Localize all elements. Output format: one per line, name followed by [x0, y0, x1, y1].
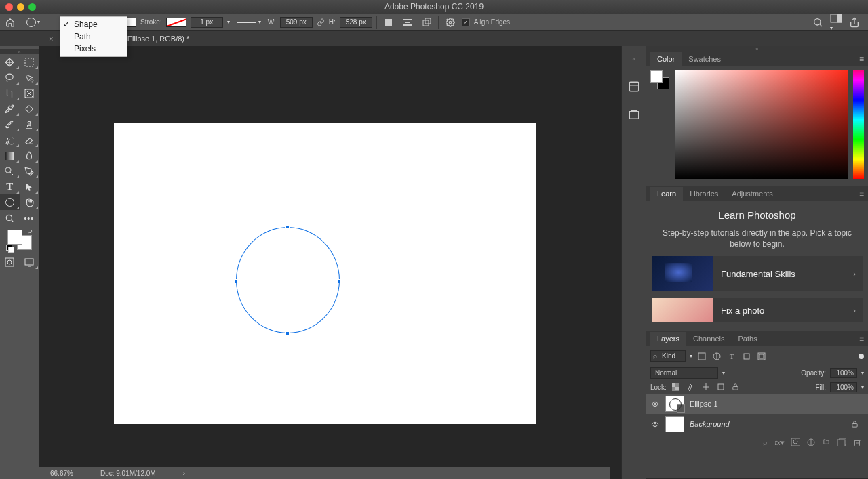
link-icon[interactable]	[317, 18, 325, 26]
path-select-tool[interactable]	[20, 179, 39, 194]
tab-adjustments[interactable]: Adjustments	[725, 187, 780, 201]
crop-tool[interactable]	[0, 85, 20, 101]
link-layers-icon[interactable]: ⌕	[763, 438, 768, 447]
filter-pixel-icon[interactable]	[696, 351, 707, 362]
panel-fg-swatch[interactable]	[650, 70, 663, 83]
filter-shape-icon[interactable]	[741, 351, 752, 362]
tutorial-fundamental-skills[interactable]: Fundamental Skills ›	[652, 256, 863, 291]
healing-tool[interactable]	[20, 101, 39, 117]
filter-adjust-icon[interactable]	[711, 351, 722, 362]
align-edges-checkbox[interactable]: ✓	[462, 18, 470, 26]
layer-name[interactable]: Ellipse 1	[690, 400, 718, 408]
window-minimize-icon[interactable]	[17, 3, 24, 11]
visibility-toggle[interactable]	[650, 400, 660, 408]
move-tool[interactable]	[0, 54, 20, 70]
window-zoom-icon[interactable]	[28, 3, 36, 11]
tab-layers[interactable]: Layers	[650, 332, 686, 346]
tool-preset-dropdown[interactable]: ▾	[26, 18, 40, 27]
panel-color-swatches[interactable]	[650, 70, 669, 89]
lock-position-icon[interactable]	[701, 381, 711, 392]
anchor-right[interactable]	[337, 279, 341, 283]
document-tab[interactable]: (Ellipse 1, RGB/8) *	[125, 35, 189, 43]
lock-transparency-icon[interactable]	[671, 381, 682, 392]
color-swatches[interactable]: ⤾	[6, 228, 33, 251]
history-panel-icon[interactable]	[628, 81, 640, 93]
zoom-level[interactable]: 66.67%	[50, 470, 73, 477]
hand-tool[interactable]	[20, 194, 39, 210]
ellipse-shape[interactable]	[236, 227, 340, 333]
foreground-color-swatch[interactable]	[7, 230, 22, 245]
stroke-width-field[interactable]: 1 px	[191, 17, 223, 28]
tab-swatches[interactable]: Swatches	[682, 52, 728, 66]
filter-smart-icon[interactable]	[756, 351, 767, 362]
share-icon[interactable]	[849, 17, 860, 28]
gear-icon[interactable]	[443, 16, 458, 29]
layer-name[interactable]: Background	[690, 420, 730, 428]
eyedropper-tool[interactable]	[0, 101, 20, 117]
stroke-swatch[interactable]	[166, 18, 186, 27]
tab-learn[interactable]: Learn	[650, 187, 683, 201]
gradient-tool[interactable]	[0, 148, 20, 163]
lock-icon[interactable]	[851, 420, 864, 428]
frame-tool[interactable]	[20, 85, 39, 101]
tab-color[interactable]: Color	[650, 52, 682, 66]
group-icon[interactable]	[822, 438, 831, 447]
path-alignment-button[interactable]	[400, 16, 415, 29]
anchor-bottom[interactable]	[285, 331, 290, 335]
lock-image-icon[interactable]	[686, 381, 696, 392]
close-tab-icon[interactable]: ×	[49, 35, 53, 43]
stroke-style-dropdown[interactable]: ▾	[234, 19, 264, 25]
properties-panel-icon[interactable]	[628, 109, 640, 121]
window-close-icon[interactable]	[5, 3, 13, 11]
brush-tool[interactable]	[0, 117, 20, 132]
panel-menu-icon[interactable]: ≡	[859, 54, 864, 64]
swap-colors-icon[interactable]: ⤾	[28, 228, 33, 235]
doc-size[interactable]: Doc: 9.01M/12.0M	[100, 470, 156, 477]
marquee-tool[interactable]	[20, 54, 39, 70]
saturation-picker[interactable]	[675, 70, 848, 179]
layer-thumbnail[interactable]	[665, 396, 684, 412]
shape-mode-dropdown[interactable]: Shape Path Pixels	[60, 16, 127, 57]
stamp-tool[interactable]	[20, 117, 39, 132]
new-layer-icon[interactable]	[837, 438, 846, 447]
visibility-toggle[interactable]	[650, 421, 660, 428]
tab-channels[interactable]: Channels	[686, 332, 731, 346]
anchor-top[interactable]	[285, 225, 290, 229]
lasso-tool[interactable]	[0, 70, 20, 85]
dodge-tool[interactable]	[0, 163, 20, 179]
canvas-area[interactable]: 66.67% Doc: 9.01M/12.0M ›	[39, 46, 621, 479]
expand-dock-icon[interactable]: »	[632, 56, 635, 62]
layer-thumbnail[interactable]	[665, 416, 684, 432]
blend-mode-dropdown[interactable]: Normal	[650, 367, 718, 379]
lock-all-icon[interactable]	[730, 381, 741, 392]
layer-filter-dropdown[interactable]: Kind	[650, 350, 686, 362]
screen-mode-button[interactable]	[20, 254, 39, 270]
chevron-down-icon[interactable]: ▾	[227, 19, 230, 25]
home-button[interactable]	[3, 16, 18, 29]
lock-artboard-icon[interactable]	[715, 381, 726, 392]
mask-icon[interactable]	[791, 438, 800, 447]
tab-libraries[interactable]: Libraries	[683, 187, 725, 201]
collapse-panels-icon[interactable]: »	[646, 46, 868, 51]
dropdown-item-pixels[interactable]: Pixels	[60, 43, 127, 55]
default-colors-icon[interactable]	[6, 245, 13, 251]
panel-menu-icon[interactable]: ≡	[859, 334, 864, 343]
path-arrangement-button[interactable]	[419, 16, 434, 29]
shape-tool[interactable]	[0, 194, 20, 210]
adjustment-layer-icon[interactable]	[807, 438, 815, 447]
search-icon[interactable]	[812, 17, 823, 28]
hue-slider[interactable]	[853, 70, 864, 179]
opacity-field[interactable]: 100%	[830, 368, 857, 378]
anchor-left[interactable]	[234, 279, 238, 283]
quick-select-tool[interactable]	[20, 70, 39, 85]
path-operations-button[interactable]	[381, 16, 396, 29]
quick-mask-button[interactable]	[0, 254, 20, 270]
eraser-tool[interactable]	[20, 132, 39, 148]
type-tool[interactable]: T	[0, 179, 20, 194]
width-field[interactable]: 509 px	[280, 17, 313, 28]
layer-ellipse-1[interactable]: Ellipse 1	[646, 394, 868, 414]
delete-layer-icon[interactable]	[853, 438, 861, 447]
collapse-toggle[interactable]: «	[0, 49, 39, 54]
pen-tool[interactable]	[20, 163, 39, 179]
dropdown-item-path[interactable]: Path	[60, 30, 127, 43]
